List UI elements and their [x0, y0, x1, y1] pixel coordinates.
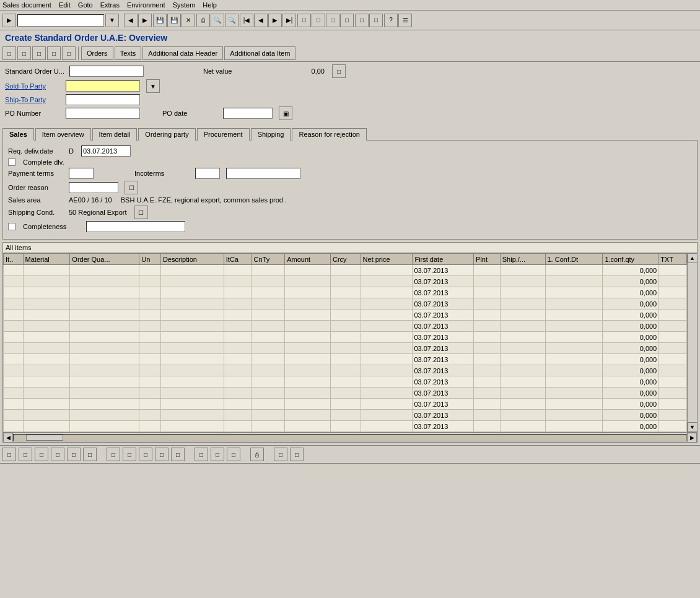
bt-icon1[interactable]: □: [2, 448, 16, 461]
req-deliv-date-input[interactable]: [81, 145, 131, 157]
cell-8-12[interactable]: [500, 354, 545, 365]
cell-7-3[interactable]: [139, 343, 161, 354]
cell-12-15[interactable]: [658, 399, 687, 410]
cell-6-8[interactable]: [330, 332, 361, 343]
tb-icon4[interactable]: □: [47, 46, 61, 60]
cell-3-11[interactable]: [474, 298, 501, 310]
scroll-right-btn[interactable]: ▶: [687, 433, 697, 443]
bt-icon6[interactable]: □: [83, 448, 97, 461]
cell-10-15[interactable]: [658, 376, 687, 388]
shipping-cond-icon[interactable]: ☐: [134, 206, 148, 219]
cell-1-11[interactable]: [474, 276, 501, 287]
cell-9-14[interactable]: 0,000: [603, 365, 658, 376]
order-reason-input[interactable]: [69, 182, 118, 193]
cell-8-5[interactable]: [224, 354, 252, 365]
cell-14-0[interactable]: [4, 421, 24, 432]
cell-0-9[interactable]: [361, 265, 413, 276]
table-row[interactable]: 03.07.20130,000: [4, 332, 687, 343]
cell-1-9[interactable]: [361, 276, 413, 287]
cell-13-5[interactable]: [224, 410, 252, 421]
cell-14-10[interactable]: 03.07.2013: [413, 421, 474, 432]
cell-14-12[interactable]: [500, 421, 545, 432]
cell-9-5[interactable]: [224, 365, 252, 376]
h-scrollbar-track[interactable]: [13, 434, 687, 441]
cell-14-13[interactable]: [545, 421, 603, 432]
cell-5-11[interactable]: [474, 321, 501, 332]
cell-6-10[interactable]: 03.07.2013: [413, 332, 474, 343]
cell-3-2[interactable]: [70, 298, 139, 310]
cell-9-10[interactable]: 03.07.2013: [413, 365, 474, 376]
cell-1-13[interactable]: [545, 276, 603, 287]
cell-12-10[interactable]: 03.07.2013: [413, 399, 474, 410]
cell-3-14[interactable]: 0,000: [603, 298, 658, 310]
sold-to-input[interactable]: [66, 80, 140, 92]
ship-to-label[interactable]: Ship-To Party: [5, 96, 61, 103]
cell-13-6[interactable]: [252, 410, 285, 421]
first-icon[interactable]: |◀: [240, 14, 253, 27]
bt-icon7[interactable]: □: [107, 448, 120, 461]
cell-9-13[interactable]: [545, 365, 603, 376]
cell-14-4[interactable]: [160, 421, 224, 432]
cell-12-7[interactable]: [285, 399, 331, 410]
cell-9-3[interactable]: [139, 365, 161, 376]
cell-4-0[interactable]: [4, 310, 24, 321]
cell-14-2[interactable]: [70, 421, 139, 432]
bt-icon2[interactable]: □: [19, 448, 32, 461]
cell-1-4[interactable]: [160, 276, 224, 287]
cell-1-1[interactable]: [23, 276, 70, 287]
completeness-checkbox[interactable]: [8, 223, 15, 230]
menu-extras[interactable]: Extras: [100, 1, 120, 9]
cell-2-1[interactable]: [23, 287, 70, 298]
find-next-icon[interactable]: 🔍: [225, 14, 238, 27]
copy-icon[interactable]: □: [297, 14, 311, 27]
cell-3-4[interactable]: [160, 298, 224, 310]
prev-icon[interactable]: ◀: [254, 14, 268, 27]
cell-1-5[interactable]: [224, 276, 252, 287]
cell-14-8[interactable]: [330, 421, 361, 432]
delete-icon[interactable]: □: [326, 14, 339, 27]
cell-9-11[interactable]: [474, 365, 501, 376]
cell-6-13[interactable]: [545, 332, 603, 343]
cell-4-2[interactable]: [70, 310, 139, 321]
cell-5-9[interactable]: [361, 321, 413, 332]
cell-1-14[interactable]: 0,000: [603, 276, 658, 287]
cell-9-9[interactable]: [361, 365, 413, 376]
cell-11-7[interactable]: [285, 388, 331, 399]
cell-4-13[interactable]: [545, 310, 603, 321]
cell-10-11[interactable]: [474, 376, 501, 388]
cell-11-9[interactable]: [361, 388, 413, 399]
cell-4-3[interactable]: [139, 310, 161, 321]
cell-3-5[interactable]: [224, 298, 252, 310]
bt-icon17[interactable]: □: [290, 448, 304, 461]
cell-0-10[interactable]: 03.07.2013: [413, 265, 474, 276]
bt-icon8[interactable]: □: [123, 448, 136, 461]
ship-to-input[interactable]: [66, 94, 140, 105]
tab-additional-header[interactable]: Additional data Header: [142, 46, 223, 60]
cell-9-0[interactable]: [4, 365, 24, 376]
cell-5-5[interactable]: [224, 321, 252, 332]
cell-11-2[interactable]: [70, 388, 139, 399]
tab-item-overview[interactable]: Item overview: [35, 128, 91, 141]
cell-1-6[interactable]: [252, 276, 285, 287]
po-date-icon[interactable]: ▣: [279, 106, 292, 120]
cell-12-5[interactable]: [224, 399, 252, 410]
cell-5-12[interactable]: [500, 321, 545, 332]
cell-3-15[interactable]: [658, 298, 687, 310]
table-row[interactable]: 03.07.20130,000: [4, 388, 687, 399]
cell-1-0[interactable]: [4, 276, 24, 287]
cell-14-3[interactable]: [139, 421, 161, 432]
cell-10-14[interactable]: 0,000: [603, 376, 658, 388]
sold-to-label[interactable]: Sold-To Party: [5, 82, 61, 90]
bt-icon15[interactable]: ⎙: [250, 448, 264, 461]
cell-12-1[interactable]: [23, 399, 70, 410]
cell-12-3[interactable]: [139, 399, 161, 410]
complete-dlv-checkbox[interactable]: [8, 158, 15, 166]
table-row[interactable]: 03.07.20130,000: [4, 265, 687, 276]
cell-7-8[interactable]: [330, 343, 361, 354]
menu-sales-document[interactable]: Sales document: [2, 1, 51, 9]
table-row[interactable]: 03.07.20130,000: [4, 310, 687, 321]
cell-10-1[interactable]: [23, 376, 70, 388]
cell-9-8[interactable]: [330, 365, 361, 376]
cell-8-0[interactable]: [4, 354, 24, 365]
cell-6-15[interactable]: [658, 332, 687, 343]
